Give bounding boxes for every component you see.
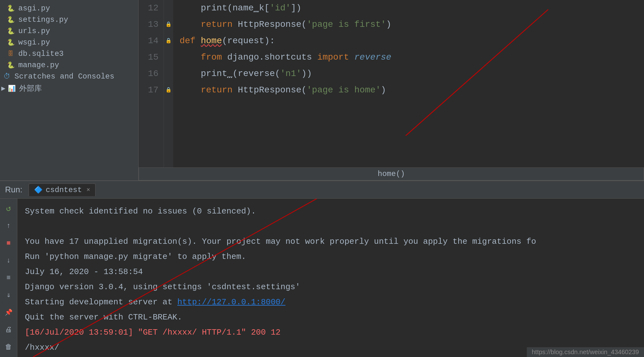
sidebar-item-external-libs[interactable]: ▶ 📊 外部库 [0,82,138,95]
scroll-to-end-button[interactable]: ⇓ [2,289,15,301]
gutter: 🔒 🔒 🔒 [164,0,173,167]
code-line-13: return HttpResponse('page is first') [180,16,644,33]
django-icon: 🔷 [34,186,43,194]
line-num-12: 12 [139,0,158,16]
run-label: Run: [5,185,22,195]
console-line-blank [25,219,636,234]
sidebar-item-label: asgi.py [18,4,50,13]
line-numbers: 12 13 14 15 16 17 [139,0,164,167]
line-num-16: 16 [139,66,158,82]
run-header: Run: 🔷 csdntest × [0,181,644,199]
sidebar-item-label: 外部库 [19,83,42,93]
line-num-14: 14 [139,33,158,49]
code-content: 12 13 14 15 16 17 🔒 🔒 🔒 print(name_k['id… [139,0,644,167]
sidebar-item-scratches[interactable]: ⏱ Scratches and Consoles [0,71,138,82]
sidebar-item-label: db.sqlite3 [18,50,64,58]
close-tab-button[interactable]: × [86,186,90,194]
console-line-1: System check identified no issues (0 sil… [25,204,636,219]
code-lines: print(name_k['id']) return HttpResponse(… [173,0,644,167]
code-line-16: print_(reverse('n1')) [180,66,644,82]
sidebar-item-asgi[interactable]: 🐍 asgi.py [0,3,138,14]
code-editor: 12 13 14 15 16 17 🔒 🔒 🔒 print(name_k['id… [139,0,644,180]
run-panel: Run: 🔷 csdntest × ↺ ↑ ■ ↓ ≡ ⇓ 📌 🖨 🗑 Syst… [0,180,644,357]
sidebar-item-manage[interactable]: 🐍 manage.py [0,59,138,71]
print-button[interactable]: 🖨 [2,324,15,336]
sidebar-item-wsgi[interactable]: 🐍 wsgi.py [0,37,138,48]
sidebar-item-label: wsgi.py [18,38,50,47]
code-line-15: from django.shortcuts import reverse [180,49,644,66]
sidebar-item-urls[interactable]: 🐍 urls.py [0,25,138,37]
line-num-15: 15 [139,49,158,66]
trash-button[interactable]: 🗑 [2,341,15,353]
ext-lib-icon: 📊 [7,84,16,93]
console-line-6: Starting development server at http://12… [25,295,636,310]
run-tab-name: csdntest [46,186,82,194]
scroll-up-button[interactable]: ↑ [2,220,15,232]
sidebar-item-label: urls.py [18,27,50,35]
console-line-7: Quit the server with CTRL-BREAK. [25,310,636,325]
py-icon: 🐍 [6,38,15,47]
console-output: System check identified no issues (0 sil… [17,199,644,357]
pin-button[interactable]: 📌 [2,306,15,319]
watermark: https://blog.csdn.net/weixin_43460239 [527,347,644,357]
console-line-5: Django version 3.0.4, using settings 'cs… [25,279,636,295]
console-line-2: You have 17 unapplied migration(s). Your… [25,234,636,249]
py-icon: 🐍 [6,61,15,69]
sidebar: 🐍 asgi.py 🐍 settings.py 🐍 urls.py 🐍 wsgi… [0,0,139,180]
sidebar-item-settings[interactable]: 🐍 settings.py [0,14,138,25]
py-icon: 🐍 [6,4,15,13]
sidebar-item-label: settings.py [18,15,68,24]
sidebar-item-label: manage.py [18,61,59,69]
expand-icon: ▶ [1,84,5,93]
stop-button[interactable]: ■ [2,237,15,249]
line-num-13: 13 [139,16,158,33]
console-line-8: [16/Jul/2020 13:59:01] "GET /hxxxx/ HTTP… [25,325,636,340]
wrap-button[interactable]: ≡ [2,272,15,284]
sidebar-item-label: Scratches and Consoles [14,72,114,81]
line-num-17: 17 [139,82,158,98]
restart-button[interactable]: ↺ [2,202,15,215]
code-line-12: print(name_k['id']) [180,0,644,16]
console-line-3: Run 'python manage.py migrate' to apply … [25,249,636,264]
run-controls: ↺ ↑ ■ ↓ ≡ ⇓ 📌 🖨 🗑 [0,199,17,357]
console-line-4: July 16, 2020 - 13:58:54 [25,264,636,279]
server-link[interactable]: http://127.0.0.1:8000/ [177,297,285,307]
tooltip-text: home() [378,170,405,178]
py-icon: 🐍 [6,15,15,24]
run-tab-csdntest[interactable]: 🔷 csdntest × [29,184,95,196]
db-icon: 🗄 [6,49,15,58]
scroll-down-button[interactable]: ↓ [2,255,15,267]
code-line-17: return HttpResponse('page is home') [180,82,644,98]
run-body: ↺ ↑ ■ ↓ ≡ ⇓ 📌 🖨 🗑 System check identifie… [0,199,644,357]
code-tooltip: home() [139,167,644,180]
py-icon: 🐍 [6,26,15,35]
sidebar-item-db[interactable]: 🗄 db.sqlite3 [0,48,138,59]
scratch-icon: ⏱ [3,72,11,81]
code-line-14: def home(request): [180,33,644,49]
